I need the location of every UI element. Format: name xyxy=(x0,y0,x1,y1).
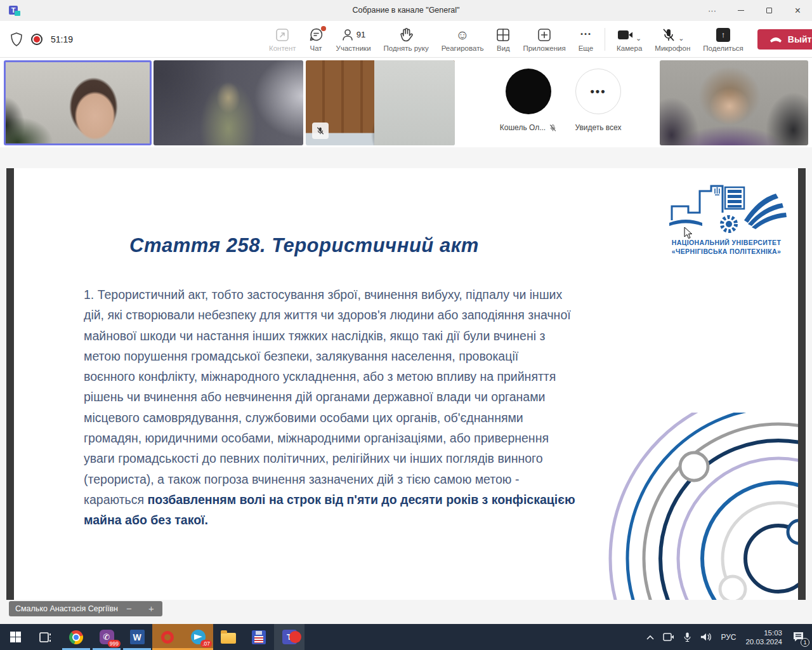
system-tray: РУС 15:03 20.03.2024 1 xyxy=(642,624,812,650)
zoom-controls: − + xyxy=(118,601,162,616)
restore-button[interactable] xyxy=(755,0,783,21)
windows-logo-icon xyxy=(10,632,21,642)
floppy-disk-icon xyxy=(252,630,266,644)
more-icon: ··· xyxy=(580,27,591,43)
task-view-button[interactable] xyxy=(30,624,61,650)
video-tile-4[interactable] xyxy=(660,60,808,145)
raise-hand-icon xyxy=(399,27,413,43)
start-button[interactable] xyxy=(0,624,30,650)
notification-count-badge: 1 xyxy=(801,638,809,647)
react-button[interactable]: ☺ Реагировать xyxy=(435,21,490,58)
tray-volume-button[interactable] xyxy=(696,624,716,650)
action-center-button[interactable]: 1 xyxy=(787,624,812,650)
tray-meet-now-button[interactable] xyxy=(658,624,679,650)
presenter-bar: Смалько Анастасія Сергіївна − + xyxy=(0,600,812,624)
window-titlebar: T Собрание в канале "General" ··· × xyxy=(0,0,812,21)
camera-button[interactable]: ⌄ Камера xyxy=(610,21,648,58)
chat-icon xyxy=(309,27,324,43)
opera-icon xyxy=(161,631,174,644)
participants-button[interactable]: 91 Участники xyxy=(330,21,377,58)
slide-text-line: дій, які створювали небезпеку для життя … xyxy=(84,305,623,325)
hang-up-icon xyxy=(769,36,783,43)
participants-count: 91 xyxy=(357,30,365,39)
share-content-icon xyxy=(275,27,289,43)
raise-hand-button[interactable]: Поднять руку xyxy=(377,21,435,58)
slide-text-line: рішень чи вчинення або невчинення дій ор… xyxy=(84,387,623,407)
participants-icon xyxy=(341,28,355,42)
meeting-toolbar: 51:19 Контент Чат 91 У xyxy=(0,21,812,58)
taskbar-chrome[interactable] xyxy=(61,624,91,650)
avatar xyxy=(506,69,551,114)
chat-button[interactable]: Чат xyxy=(303,21,330,58)
microphone-button[interactable]: ⌄ Микрофон xyxy=(648,21,697,58)
react-icon: ☺ xyxy=(455,27,469,43)
mic-chevron-icon[interactable]: ⌄ xyxy=(678,34,684,43)
university-name-line1: НАЦІОНАЛЬНИЙ УНІВЕРСИТЕТ xyxy=(658,238,795,247)
share-button[interactable]: ↑ Поделиться xyxy=(697,21,750,58)
tray-expand-button[interactable] xyxy=(642,624,658,650)
taskbar-telegram[interactable]: .07 xyxy=(183,624,213,650)
camera-chevron-icon[interactable]: ⌄ xyxy=(636,34,641,43)
tray-time: 15:03 xyxy=(745,628,782,637)
video-tile-3[interactable] xyxy=(306,60,455,145)
taskbar-explorer[interactable] xyxy=(213,624,244,650)
see-all-icon: ••• xyxy=(575,69,621,114)
slide-text-line: місцевого самоврядування, службовими осо… xyxy=(84,408,623,428)
more-button[interactable]: ··· Еще xyxy=(572,21,599,58)
taskbar-viber[interactable]: ✆ 999 xyxy=(91,624,122,650)
close-icon: × xyxy=(795,6,801,16)
restore-icon xyxy=(766,8,772,13)
teams-notification-badge xyxy=(289,631,301,643)
mouse-cursor xyxy=(684,227,693,239)
close-button[interactable]: × xyxy=(783,0,812,21)
toolbar-divider xyxy=(605,28,605,51)
language-indicator[interactable]: РУС xyxy=(716,624,740,650)
slide-text-line: метою порушення громадської безпеки, зал… xyxy=(84,346,623,366)
university-logo-graphic xyxy=(663,181,790,235)
taskbar-word[interactable]: W xyxy=(122,624,152,650)
content-button[interactable]: Контент xyxy=(263,21,303,58)
window-title: Собрание в канале "General" xyxy=(0,0,812,21)
taskbar-teams[interactable]: T xyxy=(274,624,304,650)
university-logo: НАЦІОНАЛЬНИЙ УНІВЕРСИТЕТ «ЧЕРНІГІВСЬКА П… xyxy=(658,181,795,256)
titlebar-more-button[interactable]: ··· xyxy=(698,0,726,21)
zoom-in-button[interactable]: + xyxy=(148,601,154,616)
apps-icon xyxy=(537,27,551,43)
telegram-badge: .07 xyxy=(200,640,212,647)
taskbar-clock[interactable]: 15:03 20.03.2024 xyxy=(740,628,787,646)
slide-text-line: громадян, юридичними особами, міжнародни… xyxy=(84,428,623,448)
taskbar-save-app[interactable] xyxy=(244,624,274,650)
minimize-button[interactable] xyxy=(726,0,755,21)
see-all-participants[interactable]: ••• Увидеть всех xyxy=(563,60,633,132)
leave-button[interactable]: Выйти xyxy=(757,29,812,50)
teams-taskbar-icon: T xyxy=(282,630,297,644)
slide-text-line: (терориста), а також погроза вчинення за… xyxy=(84,469,623,489)
word-icon: W xyxy=(130,630,145,644)
taskbar-opera[interactable] xyxy=(152,624,183,650)
share-screen-icon: ↑ xyxy=(716,28,730,42)
slide-text-line: 1. Терористичний акт, тобто застосування… xyxy=(84,284,623,305)
chrome-icon xyxy=(69,630,83,644)
meet-now-icon xyxy=(663,632,674,642)
teams-meeting-window: T Собрание в канале "General" ··· × 51:1… xyxy=(0,0,812,650)
slide-text-line: майна або без такої. xyxy=(84,510,623,530)
video-tile-speaker[interactable] xyxy=(4,60,152,145)
stage-right-bar xyxy=(798,168,806,600)
viber-badge: 999 xyxy=(108,640,121,647)
apps-button[interactable]: Приложения xyxy=(516,21,572,58)
participant-avatar-koshel[interactable]: Кошель Ол... xyxy=(494,60,563,132)
slide-text-line: майнової шкоди чи настання інших тяжких … xyxy=(84,326,623,346)
chat-notification-dot xyxy=(321,26,326,31)
view-button[interactable]: Вид xyxy=(490,21,516,58)
zoom-out-button[interactable]: − xyxy=(126,601,132,616)
university-name-line2: «ЧЕРНІГІВСЬКА ПОЛІТЕХНІКА» xyxy=(658,247,795,256)
tray-date: 20.03.2024 xyxy=(745,637,782,646)
video-tile-2[interactable] xyxy=(154,60,303,145)
slide-title: Стаття 258. Терористичний акт xyxy=(129,234,479,257)
minimize-icon xyxy=(738,10,744,11)
tray-microphone-button[interactable] xyxy=(679,624,696,650)
speaker-icon xyxy=(700,632,712,642)
camera-icon xyxy=(617,29,634,41)
tray-mic-icon xyxy=(683,632,691,643)
shield-icon xyxy=(10,32,23,46)
